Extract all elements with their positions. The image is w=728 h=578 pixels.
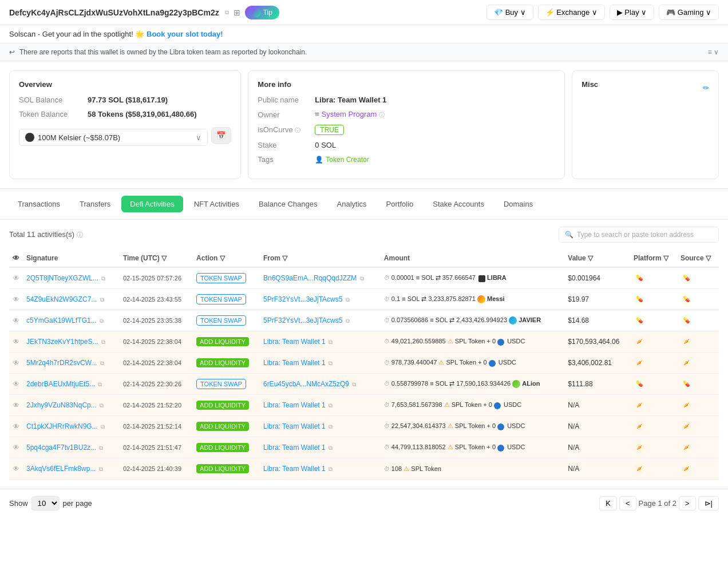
row-eye-icon[interactable]: 👁	[13, 316, 19, 324]
exchange-button[interactable]: ⚡ Exchange ∨	[538, 5, 605, 20]
from-link[interactable]: 6rEu45ycbA...NMcAxZ5zQ9	[263, 380, 349, 388]
calendar-button[interactable]: 📅	[211, 127, 231, 144]
value-cell: $3,406,002.81	[564, 353, 630, 374]
prev-page-button[interactable]: <	[619, 496, 636, 510]
copy-sig-icon[interactable]: ⧉	[101, 423, 105, 430]
edit-icon[interactable]: ✏	[703, 84, 709, 92]
platform-icon[interactable]: 🌶	[634, 336, 645, 347]
last-page-button[interactable]: ⊳|	[698, 496, 719, 510]
signature-link[interactable]: 2debrBAEUxMtjuEt5...	[26, 380, 95, 388]
from-link[interactable]: Bn6QS9aEmA...RqqQqdJZZM	[263, 274, 357, 282]
platform-icon[interactable]: 🌶	[634, 442, 645, 453]
source-icon[interactable]: 🌶	[680, 463, 692, 474]
source-icon[interactable]: 🌶	[680, 357, 692, 369]
signature-link[interactable]: Ct1pkXJHRrRwkN9G...	[26, 422, 98, 430]
owner-icon: ≡	[315, 110, 319, 118]
buy-button[interactable]: 💎 Buy ∨	[486, 5, 533, 20]
tab-stake-accounts[interactable]: Stake Accounts	[424, 196, 493, 212]
row-eye-icon[interactable]: 👁	[13, 444, 19, 452]
info-bar: ↩ There are reports that this wallet is …	[0, 43, 728, 61]
signature-link[interactable]: 2Q5T8jNToeyXGZWL...	[26, 274, 98, 282]
copy-sig-icon[interactable]: ⧉	[98, 381, 102, 387]
per-page-select[interactable]: 10 20 50	[31, 496, 60, 510]
source-icon[interactable]: 🌶	[680, 336, 692, 347]
gaming-button[interactable]: 🎮 Gaming ∨	[659, 5, 719, 20]
th-amount: Amount	[381, 250, 565, 267]
th-eye: 👁	[9, 250, 23, 267]
copy-from-icon[interactable]: ⧉	[360, 275, 364, 282]
next-page-button[interactable]: >	[679, 496, 696, 510]
row-eye-icon[interactable]: 👁	[13, 338, 19, 346]
copy-sig-icon[interactable]: ⧉	[99, 466, 103, 472]
copy-icon[interactable]: ⧉	[225, 9, 229, 16]
platform-icon[interactable]: 💊	[634, 272, 645, 284]
signature-link[interactable]: 2Jxhy9VZuN83NqCp...	[26, 401, 97, 409]
tab-defi-activities[interactable]: Defi Activities	[121, 196, 183, 212]
platform-icon[interactable]: 🌶	[634, 357, 645, 369]
tab-nft-activities[interactable]: NFT Activities	[185, 196, 248, 212]
copy-from-icon[interactable]: ⧉	[329, 423, 333, 430]
from-link[interactable]: 5PrF32YsVt...3eJjTAcws5	[263, 316, 343, 324]
tab-portfolio[interactable]: Portfolio	[378, 196, 422, 212]
row-eye-icon[interactable]: 👁	[13, 465, 19, 473]
copy-from-icon[interactable]: ⧉	[329, 339, 333, 345]
signature-link[interactable]: JEkTN3zeKvY1htpeS...	[26, 338, 98, 346]
tab-balance-changes[interactable]: Balance Changes	[250, 196, 326, 212]
source-icon[interactable]: 🌶	[680, 421, 692, 432]
ad-link[interactable]: Book your slot today!	[147, 30, 223, 38]
signature-link[interactable]: 5Mr2q4h7rDR2svCW...	[26, 359, 97, 367]
copy-sig-icon[interactable]: ⧉	[101, 275, 105, 282]
from-link[interactable]: 5PrF32YsVt...3eJjTAcws5	[263, 295, 343, 303]
platform-icon[interactable]: 💊	[634, 378, 645, 390]
row-eye-icon[interactable]: 👁	[13, 359, 19, 367]
value-cell: $0.001964	[564, 267, 630, 289]
copy-from-icon[interactable]: ⧉	[346, 318, 350, 324]
copy-sig-icon[interactable]: ⧉	[100, 318, 104, 324]
source-icon[interactable]: 🌶	[680, 442, 692, 453]
source-icon[interactable]: 💊	[680, 315, 692, 326]
copy-sig-icon[interactable]: ⧉	[100, 360, 104, 366]
copy-sig-icon[interactable]: ⧉	[100, 296, 104, 303]
qr-icon[interactable]: ⊞	[234, 8, 240, 17]
play-button[interactable]: ▶ Play ∨	[610, 5, 655, 20]
signature-link[interactable]: 5pq4cga4F7tv1BU2z...	[26, 444, 96, 452]
signature-link[interactable]: 3AkqVs6fELFmk8wp...	[26, 465, 96, 473]
tab-analytics[interactable]: Analytics	[329, 196, 375, 212]
expand-button[interactable]: ≡ ∨	[708, 48, 719, 56]
copy-sig-icon[interactable]: ⧉	[99, 445, 103, 451]
platform-icon[interactable]: 💊	[634, 294, 645, 305]
signature-link[interactable]: c5YmGaK19WLfTG1...	[26, 316, 97, 324]
platform-icon[interactable]: 💊	[634, 315, 645, 326]
copy-sig-icon[interactable]: ⧉	[101, 339, 105, 345]
platform-icon[interactable]: 🌶	[634, 463, 645, 474]
copy-sig-icon[interactable]: ⧉	[100, 402, 104, 409]
first-page-button[interactable]: K	[599, 496, 617, 510]
platform-icon[interactable]: 🌶	[634, 421, 645, 432]
table-row: 👁 5pq4cga4F7tv1BU2z... ⧉ 02-14-2025 21:5…	[9, 437, 719, 458]
source-icon[interactable]: 💊	[680, 294, 692, 305]
token-selector[interactable]: 100M Kelsier (~$58.07B) ∨	[19, 129, 208, 146]
copy-from-icon[interactable]: ⧉	[329, 445, 333, 451]
row-eye-icon[interactable]: 👁	[13, 274, 19, 282]
source-icon[interactable]: 🌶	[680, 399, 692, 411]
copy-from-icon[interactable]: ⧉	[346, 296, 350, 303]
search-box[interactable]: 🔍 Type to search or paste token address	[559, 227, 719, 243]
tip-button[interactable]: Tip	[245, 6, 279, 19]
row-eye-icon[interactable]: 👁	[13, 422, 19, 430]
platform-icon[interactable]: 🌶	[634, 399, 645, 411]
amount-cell: ⏱ 108 ⚠ SPL Token	[381, 458, 565, 480]
row-eye-icon[interactable]: 👁	[13, 295, 19, 303]
row-eye-icon[interactable]: 👁	[13, 401, 19, 409]
copy-from-icon[interactable]: ⧉	[329, 466, 333, 472]
copy-from-icon[interactable]: ⧉	[352, 381, 356, 387]
tab-transactions[interactable]: Transactions	[9, 196, 69, 212]
signature-link[interactable]: 54Z9uEkN2W9GZC7...	[26, 295, 97, 303]
row-eye-icon[interactable]: 👁	[13, 380, 19, 388]
copy-from-icon[interactable]: ⧉	[329, 402, 333, 409]
copy-from-icon[interactable]: ⧉	[329, 360, 333, 366]
tab-transfers[interactable]: Transfers	[71, 196, 119, 212]
tab-domains[interactable]: Domains	[495, 196, 541, 212]
source-icon[interactable]: 💊	[680, 378, 692, 390]
owner-link[interactable]: ≡ System Program ⓘ	[315, 110, 385, 119]
source-icon[interactable]: 💊	[680, 272, 692, 284]
